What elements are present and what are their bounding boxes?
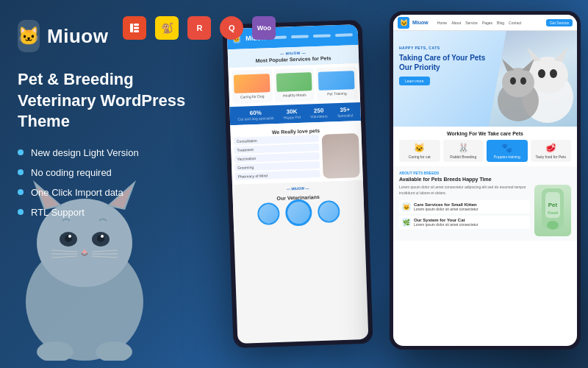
svg-point-35 [510, 77, 516, 85]
desktop-service-card-active: 🐾 Puppies training [487, 140, 528, 162]
tablet-service-label: Pet Training [327, 91, 347, 96]
service-item-desc: Lorem ipsum dolor sit amet consectetur [414, 222, 478, 227]
bullet-icon [18, 209, 24, 215]
breeds-description: Lorem ipsum dolor sit amet consectetur a… [399, 185, 530, 196]
service-item-icon: 🐱 [402, 202, 411, 211]
desktop-logo-icon: 🐱 [398, 17, 409, 29]
cat-icon: 🐱 [400, 19, 408, 26]
desktop-header: 🐱 Miuow Home About Service Pages Blog Co… [393, 15, 577, 31]
service-cat-icon: 🐱 [402, 143, 437, 153]
cat-face-icon: 🐱 [18, 26, 40, 46]
service-paw-icon: 🐾 [490, 143, 525, 153]
desktop-services-title: Working For We Take care Pets [399, 131, 571, 136]
feature-text: RTL Support [31, 207, 85, 218]
breeds-tag: ABOUT PETS BREEDS [399, 171, 571, 175]
service-item: 🐱 Care Services for Small Kitten Lorem i… [399, 200, 530, 213]
tablet-service-img [276, 72, 312, 92]
svg-rect-2 [134, 27, 139, 29]
tablet-service-label: Healthy Meals [283, 93, 306, 98]
nav-item-contact: Contact [509, 21, 521, 25]
hero-cta-button[interactable]: Learn more [399, 77, 430, 85]
svg-marker-33 [502, 59, 514, 71]
nav-item-about: About [451, 21, 461, 25]
feature-text: New design Light Version [31, 147, 139, 158]
desktop-services-row: 🐱 Caring for cat 🐰 Rabbit Breeding 🐾 Pup… [399, 140, 571, 162]
tablet-stat-item: 35+ Specialist [337, 106, 353, 118]
tablet-love-cat-img [322, 133, 360, 179]
desktop-hero: HAPPY PETS, CATS Taking Care of Your Pet… [393, 31, 577, 127]
tablet-service-label: Caring for Dog [240, 94, 265, 99]
tablet-mockup: 🐱 Miuow — Miuow — Most Popular Services … [222, 20, 373, 348]
service-food-icon: 🥩 [534, 143, 569, 153]
desktop-nav: Home About Service Pages Blog Contact [437, 21, 522, 25]
svg-text:Pet: Pet [548, 202, 558, 208]
nav-item-blog: Blog [497, 21, 504, 25]
desktop-brand-name: Miuow [412, 20, 429, 25]
svg-marker-27 [527, 47, 542, 62]
tablet-service-card: Healthy Meals [273, 68, 315, 102]
tablet-love-list: Consultation Treatment Vaccination Groom… [234, 135, 320, 182]
desktop-screen: 🐱 Miuow Home About Service Pages Blog Co… [393, 15, 577, 346]
tablet-nav-item [313, 34, 331, 38]
revolution-slider-icon: R [187, 16, 211, 40]
quform-icon: Q [220, 16, 243, 40]
svg-point-32 [502, 68, 534, 97]
nav-item-service: Service [465, 21, 478, 25]
tablet-service-card: Pet Training [316, 66, 357, 101]
brand-name: Miuow [47, 25, 108, 48]
tablet-service-img [318, 71, 355, 91]
service-items-list: 🐱 Care Services for Small Kitten Lorem i… [399, 200, 530, 229]
love-item: Pharmacy of Mind [234, 170, 320, 180]
feature-item: New design Light Version [18, 147, 203, 158]
hero-title: Taking Care of Your Pets Our Priority [399, 53, 487, 72]
tablet-vets-section: — Miuow — Our Veterinarians [232, 180, 365, 232]
svg-point-29 [538, 69, 545, 78]
service-label: Rabbit Breeding [450, 155, 476, 159]
feature-text: One Click Import data [31, 187, 123, 198]
stat-label: Happy Pet [284, 115, 301, 120]
tablet-services-grid: Caring for Dog Healthy Meals Pet Trainin… [228, 63, 360, 107]
svg-point-39 [547, 221, 559, 230]
stat-label: Cat and dog specialist [237, 116, 273, 121]
desktop-service-card: 🐰 Rabbit Breeding [443, 140, 484, 162]
tablet-nav-item [291, 35, 309, 38]
stat-label: Specialist [337, 113, 354, 118]
service-item-text: Care Services for Small Kitten Lorem ips… [414, 202, 478, 211]
service-item-text: Our System for Your Cat Lorem ipsum dolo… [414, 218, 478, 227]
logo-area: 🐱 Miuow 🐒 R Q Woo [18, 16, 203, 56]
elementor-icon [123, 16, 146, 40]
theme-title: Pet & Breeding Veterinary WordPress Them… [18, 69, 203, 132]
desktop-service-card: 🐱 Caring for cat [399, 140, 440, 162]
vet-avatar [257, 202, 280, 225]
desktop-service-card: 🥩 Tasty food for Pets [531, 140, 572, 162]
desktop-cta-button[interactable]: Get Service [546, 19, 573, 26]
vet-avatar [318, 200, 340, 223]
breeds-text-col: Lorem ipsum dolor sit amet consectetur a… [399, 185, 530, 236]
svg-point-36 [520, 77, 526, 85]
service-label: Puppies training [494, 155, 520, 159]
content-left: 🐱 Miuow 🐒 R Q Woo Pet & Breeding Veterin… [0, 0, 220, 368]
logo-icon: 🐱 [18, 20, 40, 52]
service-item-icon: 🌿 [402, 218, 411, 227]
hero-text: HAPPY PETS, CATS Taking Care of Your Pet… [399, 46, 487, 85]
svg-text:Food: Food [548, 210, 558, 215]
tablet-screen: 🐱 Miuow — Miuow — Most Popular Services … [227, 24, 369, 344]
plugin-icons-row: 🐒 R Q Woo [123, 16, 276, 40]
service-rabbit-icon: 🐰 [446, 143, 481, 153]
mailchimp-icon: 🐒 [155, 16, 179, 40]
features-list: New design Light Version No coding requi… [18, 147, 203, 218]
service-item-desc: Lorem ipsum dolor sit amet consectetur [414, 207, 478, 211]
woocommerce-icon: Woo [252, 16, 276, 40]
svg-marker-28 [553, 47, 568, 62]
svg-rect-1 [134, 24, 139, 26]
svg-rect-0 [130, 24, 133, 32]
tablet-nav-item [335, 33, 353, 37]
breeds-title: Available for Pets Breeds Happy Time [399, 177, 571, 182]
breeds-product-image: Pet Food [534, 185, 571, 236]
tablet-stat-item: 250 Volunteers [310, 107, 328, 119]
service-item: 🌿 Our System for Your Cat Lorem ipsum do… [399, 216, 530, 229]
tablet-service-img [234, 74, 270, 93]
service-label: Caring for cat [409, 155, 431, 159]
desktop-services-section: Working For We Take care Pets 🐱 Caring f… [393, 127, 577, 166]
tablet-love-content: Consultation Treatment Vaccination Groom… [234, 133, 360, 182]
